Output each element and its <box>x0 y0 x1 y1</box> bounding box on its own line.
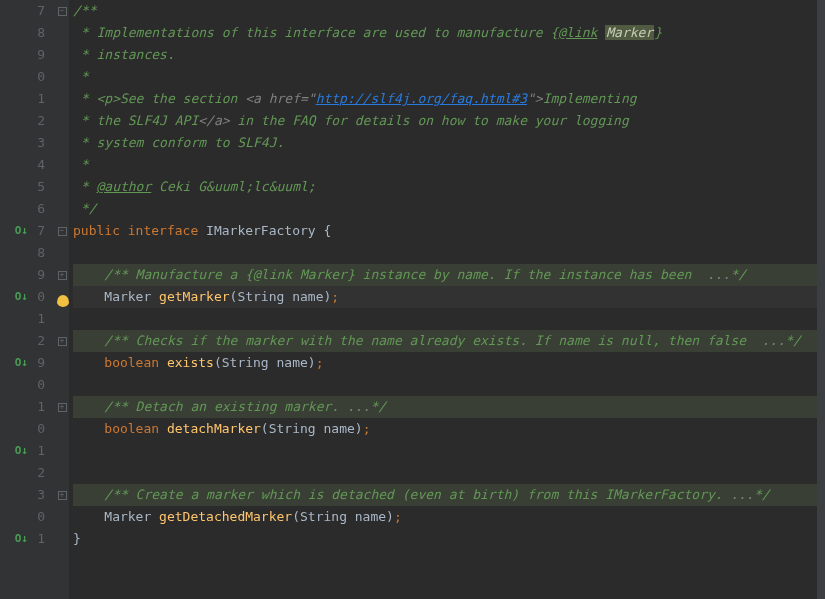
line-number: 3 <box>31 132 45 154</box>
line-number: 2 <box>31 462 45 484</box>
line-number: 9 <box>31 44 45 66</box>
paren: ( <box>292 509 300 524</box>
param-name: name <box>284 289 323 304</box>
doc-author-tag: @author <box>96 179 151 194</box>
method-name: exists <box>167 355 214 370</box>
doc-summary: /** Manufacture a {@link Marker} instanc… <box>104 267 699 282</box>
return-type: Marker <box>104 289 151 304</box>
return-type: Marker <box>104 509 151 524</box>
override-marker-icon[interactable]: O↓ <box>15 220 28 242</box>
doc-end: */ <box>754 487 770 502</box>
fold-ellipsis[interactable]: ... <box>730 487 753 502</box>
param-type: String <box>222 355 269 370</box>
fold-expand-icon[interactable]: + <box>58 337 67 346</box>
line-number: 5 <box>31 176 45 198</box>
fold-ellipsis[interactable]: ... <box>699 267 730 282</box>
param-name: name <box>347 509 386 524</box>
semicolon: ; <box>363 421 371 436</box>
line-number: 0 <box>31 286 45 308</box>
fold-expand-icon[interactable]: + <box>58 271 67 280</box>
doc-summary: /** Create a marker which is detached (e… <box>104 487 730 502</box>
line-number: 2 <box>31 330 45 352</box>
method-name: detachMarker <box>167 421 261 436</box>
override-marker-icon[interactable]: O↓ <box>15 528 28 550</box>
doc-text: * instances. <box>73 47 175 62</box>
fold-collapse-icon[interactable]: − <box>58 227 67 236</box>
method-name: getDetachedMarker <box>159 509 292 524</box>
param-type: String <box>300 509 347 524</box>
doc-text: /** <box>73 3 96 18</box>
doc-end: */ <box>730 267 746 282</box>
paren: ) <box>308 355 316 370</box>
line-number: 2 <box>31 110 45 132</box>
doc-text: * the SLF4J API <box>73 113 198 128</box>
line-number: 7 <box>31 0 45 22</box>
line-number: 0 <box>31 506 45 528</box>
intention-bulb-icon[interactable] <box>57 295 69 307</box>
doc-text: Implementing <box>543 91 637 106</box>
doc-html-tag: "> <box>527 91 543 106</box>
line-number: 9 <box>31 264 45 286</box>
paren: ( <box>214 355 222 370</box>
line-number: 1 <box>31 396 45 418</box>
doc-html-tag: <a href=" <box>245 91 315 106</box>
param-type: String <box>237 289 284 304</box>
doc-text: * system conform to SLF4J. <box>73 135 284 150</box>
line-number: 1 <box>31 440 45 462</box>
semicolon: ; <box>331 289 339 304</box>
brace: { <box>316 223 332 238</box>
fold-gutter: − − + + + + <box>55 0 69 599</box>
fold-collapse-icon[interactable]: − <box>58 7 67 16</box>
doc-text: } <box>654 25 662 40</box>
line-number: 8 <box>31 22 45 44</box>
override-marker-icon[interactable]: O↓ <box>15 352 28 374</box>
line-number: 6 <box>31 198 45 220</box>
doc-text: Ceki G&uuml;lc&uuml; <box>151 179 315 194</box>
doc-summary: /** Detach an existing marker. <box>104 399 347 414</box>
paren: ) <box>386 509 394 524</box>
line-number: 0 <box>31 374 45 396</box>
line-number-gutter: 7 8 9 0 1 2 3 4 5 6 O↓7 8 9 O↓0 1 2 O↓9 … <box>0 0 55 599</box>
method-name: getMarker <box>159 289 229 304</box>
doc-text: * Implementations of this interface are … <box>73 25 558 40</box>
doc-text: in the FAQ for details on how to make yo… <box>230 113 629 128</box>
semicolon: ; <box>394 509 402 524</box>
vertical-scrollbar[interactable] <box>817 0 825 599</box>
doc-url[interactable]: http://slf4j.org/faq.html#3 <box>316 91 527 106</box>
param-name: name <box>269 355 308 370</box>
doc-text: * <box>73 157 89 172</box>
return-type: boolean <box>104 421 159 436</box>
fold-ellipsis[interactable]: ... <box>347 399 370 414</box>
keyword: public <box>73 223 120 238</box>
line-number: 0 <box>31 418 45 440</box>
fold-expand-icon[interactable]: + <box>58 403 67 412</box>
fold-ellipsis[interactable]: ... <box>754 333 785 348</box>
doc-link-target: Marker <box>605 25 654 40</box>
param-name: name <box>316 421 355 436</box>
override-marker-icon[interactable]: O↓ <box>15 286 28 308</box>
fold-expand-icon[interactable]: + <box>58 491 67 500</box>
line-number: 1 <box>31 88 45 110</box>
line-number: 1 <box>31 308 45 330</box>
line-number: 7 <box>31 220 45 242</box>
paren: ) <box>355 421 363 436</box>
return-type: boolean <box>104 355 159 370</box>
doc-html-tag: </a> <box>198 113 229 128</box>
line-number: 4 <box>31 154 45 176</box>
brace: } <box>73 531 81 546</box>
doc-text: */ <box>73 201 96 216</box>
keyword: interface <box>128 223 198 238</box>
override-marker-icon[interactable]: O↓ <box>15 440 28 462</box>
doc-summary: /** Checks if the marker with the name a… <box>104 333 754 348</box>
doc-text: * <p>See the section <box>73 91 245 106</box>
semicolon: ; <box>316 355 324 370</box>
paren: ( <box>261 421 269 436</box>
doc-link-tag: @link <box>558 25 597 40</box>
line-number: 9 <box>31 352 45 374</box>
doc-end: */ <box>370 399 386 414</box>
code-area[interactable]: /** * Implementations of this interface … <box>69 0 825 599</box>
interface-name: IMarkerFactory <box>206 223 316 238</box>
line-number: 1 <box>31 528 45 550</box>
doc-end: */ <box>785 333 801 348</box>
code-editor[interactable]: 7 8 9 0 1 2 3 4 5 6 O↓7 8 9 O↓0 1 2 O↓9 … <box>0 0 825 599</box>
